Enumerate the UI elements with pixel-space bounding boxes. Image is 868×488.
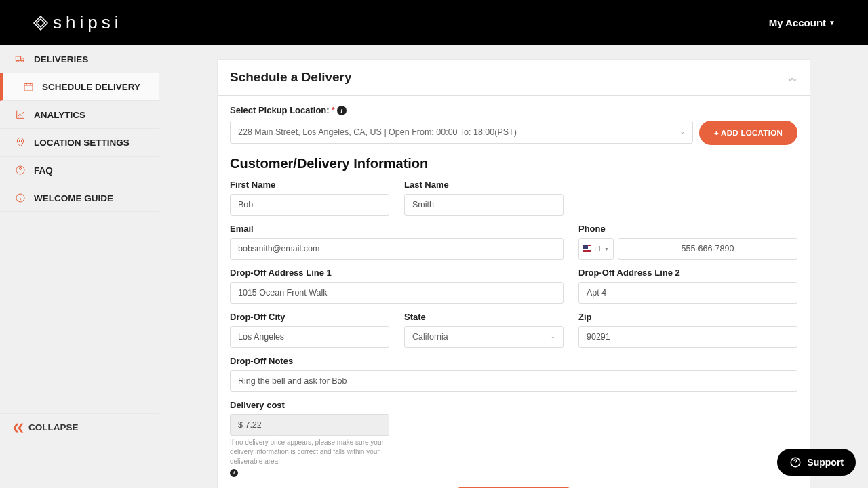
svg-point-1: [19, 140, 21, 142]
email-field[interactable]: [230, 238, 564, 260]
question-icon: [15, 165, 26, 176]
panel-title: Schedule a Delivery: [230, 70, 352, 85]
phone-field[interactable]: [618, 238, 797, 260]
app-header: shipsi My Account ▼: [0, 0, 868, 45]
chevron-down-icon: ⌄: [551, 336, 555, 338]
chart-icon: [15, 109, 26, 120]
sidebar-item-deliveries[interactable]: DELIVERIES: [0, 45, 159, 73]
state-select[interactable]: California ⌄: [404, 326, 564, 348]
calendar-icon: [23, 81, 34, 92]
notes-field[interactable]: [230, 370, 797, 392]
schedule-delivery-panel: Schedule a Delivery ︽ Select Pickup Loca…: [217, 59, 810, 488]
sidebar-item-location-settings[interactable]: LOCATION SETTINGS: [0, 129, 159, 157]
sidebar-item-schedule-delivery[interactable]: SCHEDULE DELIVERY: [0, 73, 159, 101]
sidebar-item-welcome-guide[interactable]: WELCOME GUIDE: [0, 184, 159, 212]
address1-label: Drop-Off Address Line 1: [230, 268, 564, 278]
cost-field: [230, 414, 389, 436]
cost-note: If no delivery price appears, please mak…: [230, 438, 389, 477]
collapse-panel-icon[interactable]: ︽: [788, 75, 797, 80]
caret-down-icon: ▼: [829, 19, 835, 26]
zip-field[interactable]: [578, 326, 797, 348]
city-label: Drop-Off City: [230, 312, 389, 322]
collapse-sidebar-button[interactable]: ❮❮ COLLAPSE: [0, 413, 159, 441]
pickup-location-value: 228 Main Street, Los Angeles, CA, US | O…: [238, 127, 517, 137]
last-name-label: Last Name: [404, 180, 564, 190]
svg-rect-0: [24, 83, 33, 91]
sidebar-item-label: FAQ: [34, 165, 53, 176]
phone-label: Phone: [578, 224, 797, 234]
last-name-field[interactable]: [404, 194, 564, 216]
truck-icon: [15, 54, 26, 64]
my-account-menu[interactable]: My Account ▼: [769, 17, 835, 28]
address2-label: Drop-Off Address Line 2: [578, 268, 797, 278]
pickup-location-label: Select Pickup Location: * i: [230, 105, 797, 115]
sidebar-item-label: ANALYTICS: [34, 110, 85, 120]
collapse-label: COLLAPSE: [28, 422, 79, 432]
sidebar-item-analytics[interactable]: ANALYTICS: [0, 101, 159, 129]
address1-field[interactable]: [230, 282, 564, 304]
sidebar-item-label: LOCATION SETTINGS: [34, 138, 130, 148]
state-label: State: [404, 312, 564, 322]
sidebar-item-label: DELIVERIES: [34, 54, 88, 64]
email-label: Email: [230, 224, 564, 234]
us-flag-icon: [583, 245, 591, 253]
help-icon: [789, 456, 802, 468]
logo: shipsi: [33, 12, 122, 33]
phone-cc-value: +1: [593, 245, 602, 253]
customer-info-section-title: Customer/Delivery Information: [230, 156, 797, 171]
add-location-button[interactable]: + ADD LOCATION: [699, 121, 797, 145]
chevron-double-left-icon: ❮❮: [12, 422, 22, 432]
logo-icon: [33, 15, 49, 31]
sidebar-item-label: WELCOME GUIDE: [34, 193, 113, 203]
caret-down-icon: ▼: [604, 247, 609, 251]
address2-field[interactable]: [578, 282, 797, 304]
panel-body: Select Pickup Location: * i 228 Main Str…: [218, 96, 810, 488]
info-tooltip-icon[interactable]: i: [230, 469, 238, 477]
logo-text: shipsi: [53, 12, 122, 33]
support-widget[interactable]: Support: [777, 449, 856, 476]
sidebar-item-label: SCHEDULE DELIVERY: [42, 82, 140, 92]
city-field[interactable]: [230, 326, 389, 348]
info-tooltip-icon[interactable]: i: [337, 106, 347, 115]
phone-country-code-select[interactable]: +1 ▼: [578, 238, 614, 260]
cost-label: Delivery cost: [230, 400, 389, 410]
first-name-field[interactable]: [230, 194, 389, 216]
pickup-location-select[interactable]: 228 Main Street, Los Angeles, CA, US | O…: [230, 121, 693, 144]
required-star-icon: *: [332, 105, 335, 115]
sidebar: DELIVERIES SCHEDULE DELIVERY ANALYTICS L…: [0, 45, 159, 488]
support-label: Support: [807, 457, 844, 468]
my-account-label: My Account: [769, 17, 826, 28]
first-name-label: First Name: [230, 180, 389, 190]
sidebar-item-faq[interactable]: FAQ: [0, 157, 159, 184]
zip-label: Zip: [578, 312, 797, 322]
chevron-down-icon: ⌄: [680, 131, 685, 134]
info-icon: [15, 192, 26, 203]
notes-label: Drop-Off Notes: [230, 356, 797, 366]
location-pin-icon: [15, 137, 26, 148]
state-value: California: [412, 332, 448, 342]
panel-header: Schedule a Delivery ︽: [218, 60, 810, 96]
content-area: Schedule a Delivery ︽ Select Pickup Loca…: [159, 45, 868, 488]
